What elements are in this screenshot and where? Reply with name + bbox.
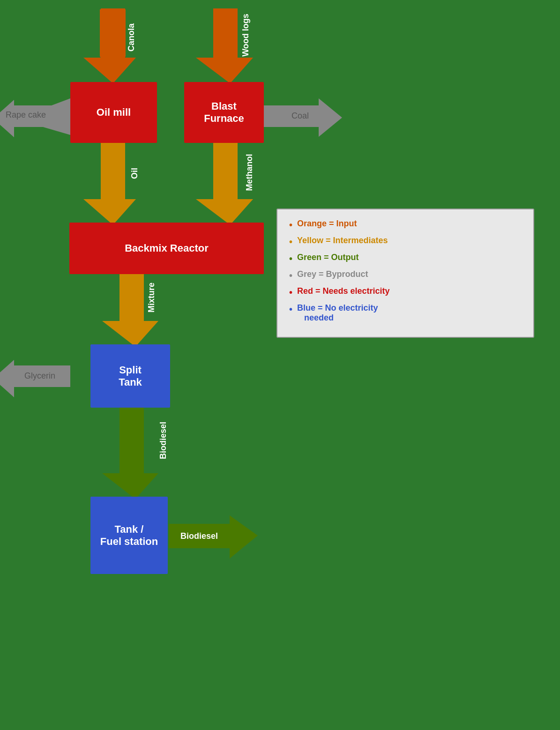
legend-red: • Red = Needs electricity [289, 286, 522, 298]
legend-blue: • Blue = No electricity needed [289, 303, 522, 323]
legend-grey: • Grey = Byproduct [289, 269, 522, 282]
svg-rect-4 [101, 143, 125, 199]
tank-fuel-box: Tank / Fuel station [90, 497, 168, 574]
svg-rect-19 [262, 105, 319, 127]
svg-rect-8 [119, 274, 144, 321]
svg-marker-22 [0, 360, 14, 397]
rape-cake-label: Rape cake [6, 110, 46, 119]
svg-marker-11 [102, 473, 158, 499]
biodiesel-down-label: Biodiesel [158, 422, 168, 459]
legend-yellow: • Yellow = Intermediates [289, 236, 522, 248]
coal-label: Coal [291, 111, 309, 120]
svg-rect-10 [119, 408, 144, 473]
svg-marker-3 [196, 58, 253, 83]
methanol-label: Methanol [245, 154, 254, 191]
svg-marker-1 [83, 58, 136, 83]
blast-furnace-box: Blast Furnace [184, 82, 264, 143]
legend-orange: • Orange = Input [289, 219, 522, 231]
svg-marker-20 [319, 98, 342, 137]
svg-marker-7 [196, 199, 253, 225]
oil-mill-box: Oil mill [70, 82, 157, 143]
wood-logs-label: Wood logs [241, 14, 250, 57]
diagram-container: Canola Wood logs Oil Methanol Mixture Bi… [0, 0, 560, 730]
split-tank-box: Split Tank [90, 344, 170, 408]
legend-green: • Green = Output [289, 253, 522, 265]
biodiesel-out-label: Biodiesel [180, 531, 218, 541]
backmix-reactor-box: Backmix Reactor [69, 223, 264, 274]
mixture-label: Mixture [147, 283, 156, 313]
svg-marker-13 [230, 515, 258, 559]
oil-label: Oil [130, 168, 139, 179]
legend-box: • Orange = Input • Yellow = Intermediate… [276, 209, 534, 338]
glycerin-label: Glycerin [24, 371, 55, 380]
svg-marker-5 [83, 199, 136, 225]
svg-rect-0 [101, 8, 125, 58]
canola-label: Canola [127, 23, 136, 52]
svg-marker-9 [102, 321, 158, 347]
svg-rect-2 [213, 8, 238, 58]
svg-rect-6 [213, 143, 238, 199]
